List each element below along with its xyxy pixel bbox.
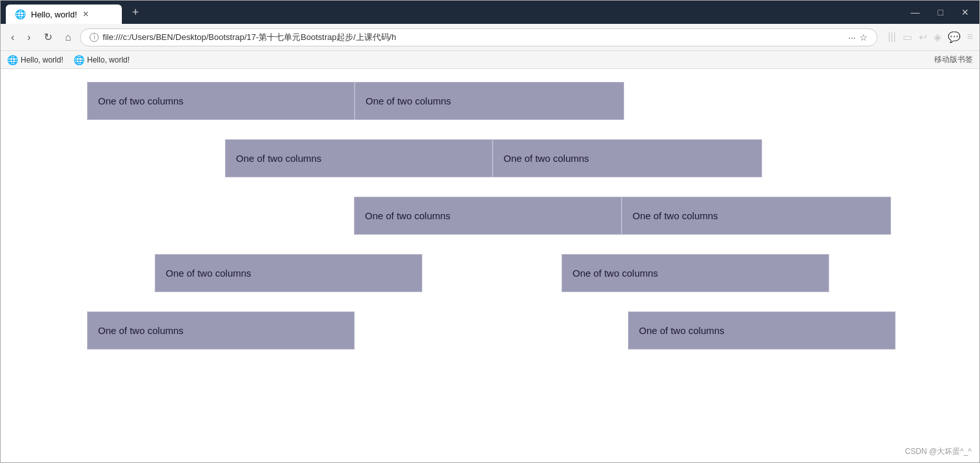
row2-col2: One of two columns <box>493 139 762 177</box>
home-button[interactable]: ⌂ <box>61 29 75 46</box>
browser-window: Hello, world! ✕ + — □ ✕ ‹ › ↻ ⌂ i file:/… <box>0 0 980 463</box>
row4-col2: One of two columns <box>562 254 829 292</box>
row2-col2-text: One of two columns <box>504 153 589 164</box>
row5-col1-text: One of two columns <box>98 325 184 336</box>
mobile-bookmark[interactable]: 移动版书签 <box>934 54 973 65</box>
row3-col2-text: One of two columns <box>632 210 718 221</box>
row3-col1: One of two columns <box>354 197 622 235</box>
sidebar-icon[interactable]: ▭ <box>903 31 912 43</box>
minimize-button[interactable]: — <box>906 5 925 20</box>
row2-col1-text: One of two columns <box>236 153 322 164</box>
grid-row-1: One of two columns One of two columns <box>87 82 624 120</box>
grid-row-4: One of two columns One of two columns <box>155 254 829 292</box>
row1-col1: One of two columns <box>87 82 355 120</box>
row3-col2: One of two columns <box>622 197 891 235</box>
restore-button[interactable]: □ <box>933 5 948 20</box>
bookmark-label-1: Hello, world! <box>21 55 63 64</box>
tab-favicon <box>15 9 26 19</box>
window-controls: — □ ✕ <box>906 5 974 20</box>
bookmark-2[interactable]: Hello, world! <box>74 55 130 65</box>
row1-col2: One of two columns <box>355 82 624 120</box>
watermark: CSDN @大坏蛋^_^ <box>905 446 972 457</box>
address-bar: ‹ › ↻ ⌂ i file:///c:/Users/BEN/Desktop/B… <box>1 24 979 51</box>
forward-button[interactable]: › <box>23 29 34 46</box>
address-input[interactable]: i file:///c:/Users/BEN/Desktop/Bootstrap… <box>80 28 877 46</box>
row4-col2-text: One of two columns <box>573 268 658 279</box>
row2-col1: One of two columns <box>225 139 493 177</box>
row1-col1-text: One of two columns <box>98 95 184 106</box>
grid-row-3: One of two columns One of two columns <box>354 197 891 235</box>
address-text: file:///c:/Users/BEN/Desktop/Bootstrap/1… <box>103 32 844 43</box>
bookmarks-bar: Hello, world! Hello, world! 移动版书签 <box>1 51 979 69</box>
close-button[interactable]: ✕ <box>956 5 974 20</box>
page-content: One of two columns One of two columns On… <box>1 69 979 462</box>
bookmark-label-2: Hello, world! <box>87 55 130 64</box>
star-icon[interactable]: ☆ <box>859 32 868 43</box>
tag-icon[interactable]: ◈ <box>934 31 941 43</box>
tab-close-button[interactable]: ✕ <box>83 10 89 19</box>
row1-col2-text: One of two columns <box>366 95 451 106</box>
refresh-button[interactable]: ↻ <box>40 28 56 46</box>
row5-col2-text: One of two columns <box>639 325 725 336</box>
info-icon: i <box>90 33 99 42</box>
library-icon[interactable]: ||| <box>888 31 896 43</box>
chat-icon[interactable]: 💬 <box>948 31 961 43</box>
title-bar: Hello, world! ✕ + — □ ✕ <box>1 1 979 24</box>
new-tab-button[interactable]: + <box>127 5 144 21</box>
toolbar-icons: ||| ▭ ↩ ◈ 💬 ≡ <box>888 31 973 43</box>
address-icons: ··· ☆ <box>848 32 868 43</box>
row4-col1: One of two columns <box>155 254 422 292</box>
active-tab[interactable]: Hello, world! ✕ <box>6 5 122 24</box>
row5-col1: One of two columns <box>87 311 355 350</box>
row4-col1-text: One of two columns <box>166 268 251 279</box>
tab-title: Hello, world! <box>31 10 77 19</box>
back-button[interactable]: ‹ <box>7 29 18 46</box>
dots-icon: ··· <box>848 32 856 43</box>
row5-col2: One of two columns <box>628 311 896 350</box>
bookmark-favicon-2 <box>74 55 84 65</box>
back-icon[interactable]: ↩ <box>919 31 927 43</box>
row3-col1-text: One of two columns <box>365 210 451 221</box>
grid-row-5: One of two columns One of two columns <box>87 311 896 350</box>
bookmark-1[interactable]: Hello, world! <box>7 55 63 65</box>
grid-row-2: One of two columns One of two columns <box>225 139 762 177</box>
bookmark-favicon-1 <box>7 55 18 65</box>
menu-icon[interactable]: ≡ <box>967 31 973 43</box>
